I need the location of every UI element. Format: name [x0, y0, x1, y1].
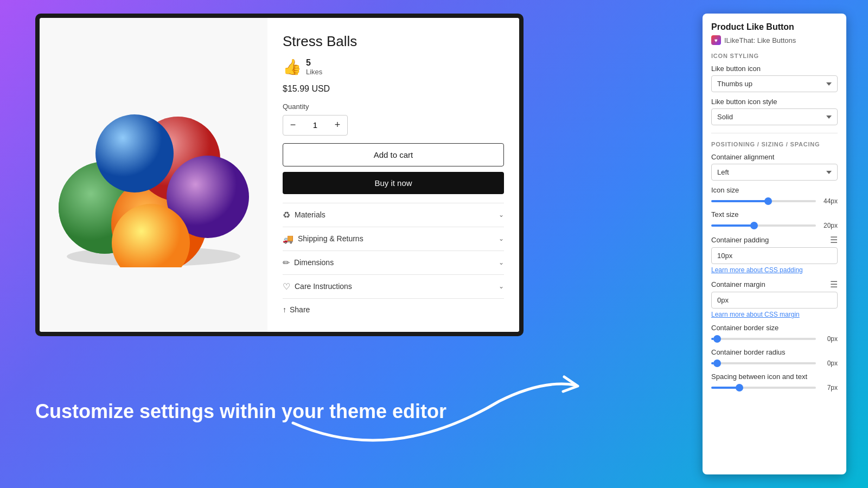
panel-title: Product Like Button: [711, 22, 838, 32]
spacing-label: Spacing between icon and text: [711, 373, 838, 381]
positioning-header: POSITIONING / SIZING / SPACING: [711, 141, 838, 147]
container-alignment-select[interactable]: Left Center Right: [711, 164, 838, 181]
accordion-dimensions[interactable]: ✏ Dimensions ⌄: [283, 251, 504, 274]
share-button[interactable]: ↑ Share: [283, 298, 504, 314]
icon-size-label: Icon size: [711, 186, 838, 194]
icon-size-value: 44px: [820, 197, 838, 205]
buy-now-button[interactable]: Buy it now: [283, 172, 504, 194]
icon-styling-header: ICON STYLING: [711, 53, 838, 59]
css-margin-link[interactable]: Learn more about CSS margin: [711, 311, 838, 318]
like-count: 5 Likes: [306, 57, 322, 76]
quantity-label: Quantity: [283, 102, 504, 111]
product-detail: Stress Balls 👍 5 Likes $15.99 USD Quanti…: [267, 18, 519, 332]
border-size-value: 0px: [820, 335, 838, 343]
container-alignment-label: Container alignment: [711, 153, 838, 161]
thumbs-icon: 👍: [283, 58, 302, 76]
svg-point-5: [95, 114, 174, 192]
text-size-value: 20px: [820, 222, 838, 229]
browser-inner: Stress Balls 👍 5 Likes $15.99 USD Quanti…: [40, 18, 519, 332]
container-border-radius-label: Container border radius: [711, 348, 838, 356]
divider-1: [711, 133, 838, 133]
like-button-icon-style-select[interactable]: Solid Outline Duotone: [711, 108, 838, 125]
border-radius-slider[interactable]: [711, 362, 816, 364]
icon-size-slider[interactable]: [711, 200, 816, 202]
share-icon: ↑: [283, 305, 286, 314]
border-size-slider-row: 0px: [711, 335, 838, 343]
dimensions-icon: ✏: [283, 258, 290, 268]
accordion-care[interactable]: ♡ Care Instructions ⌄: [283, 274, 504, 298]
container-padding-input[interactable]: [711, 247, 838, 264]
panel-subtitle: ♥ ILikeThat: Like Buttons: [711, 35, 838, 45]
accordion-materials[interactable]: ♻ Materials ⌄: [283, 203, 504, 227]
panel-subtitle-text: ILikeThat: Like Buttons: [724, 36, 796, 44]
quantity-increase-button[interactable]: +: [328, 115, 347, 135]
accordion-materials-label: Materials: [295, 210, 326, 219]
like-number: 5: [306, 57, 322, 68]
product-image-area: [40, 18, 267, 332]
like-section[interactable]: 👍 5 Likes: [283, 57, 504, 76]
like-button-icon-label: Like button icon: [711, 65, 838, 73]
container-margin-row: Container margin ☰: [711, 279, 838, 290]
css-padding-link[interactable]: Learn more about CSS padding: [711, 266, 838, 274]
stack-icon-margin: ☰: [830, 279, 838, 290]
ilike-icon: ♥: [711, 35, 721, 45]
like-label: Likes: [306, 68, 322, 76]
border-radius-slider-row: 0px: [711, 359, 838, 367]
materials-icon: ♻: [283, 210, 290, 220]
container-border-size-label: Container border size: [711, 324, 838, 332]
accordion-care-label: Care Instructions: [295, 282, 352, 291]
product-price: $15.99 USD: [283, 84, 504, 94]
care-icon: ♡: [283, 281, 290, 292]
shipping-icon: 🚚: [283, 234, 293, 244]
stack-icon-padding: ☰: [830, 235, 838, 245]
chevron-icon-2: ⌄: [499, 235, 504, 242]
chevron-icon-4: ⌄: [499, 282, 504, 290]
browser-frame: Stress Balls 👍 5 Likes $15.99 USD Quanti…: [35, 14, 524, 336]
quantity-decrease-button[interactable]: −: [283, 115, 303, 135]
product-image: [50, 83, 257, 267]
text-size-label: Text size: [711, 210, 838, 219]
spacing-slider-row: 7px: [711, 384, 838, 391]
like-button-icon-select[interactable]: Thumbs up Heart Star: [711, 75, 838, 92]
container-margin-input[interactable]: [711, 292, 838, 309]
container-padding-label: Container padding: [711, 236, 769, 244]
text-size-slider[interactable]: [711, 224, 816, 227]
chevron-icon: ⌄: [499, 211, 504, 219]
border-size-slider[interactable]: [711, 338, 816, 340]
add-to-cart-button[interactable]: Add to cart: [283, 143, 504, 166]
spacing-value: 7px: [820, 384, 838, 391]
icon-size-slider-row: 44px: [711, 197, 838, 205]
quantity-value: 1: [303, 120, 328, 130]
border-radius-value: 0px: [820, 359, 838, 367]
product-title: Stress Balls: [283, 33, 504, 50]
text-size-slider-row: 20px: [711, 222, 838, 229]
like-button-icon-style-label: Like button icon style: [711, 98, 838, 106]
accordion-shipping-label: Shipping & Returns: [298, 234, 363, 243]
chevron-icon-3: ⌄: [499, 259, 504, 266]
accordion-shipping[interactable]: 🚚 Shipping & Returns ⌄: [283, 227, 504, 251]
accordion-dimensions-label: Dimensions: [294, 258, 334, 267]
arrow-svg: [282, 358, 597, 455]
container-padding-row: Container padding ☰: [711, 235, 838, 245]
share-label: Share: [290, 305, 310, 314]
container-margin-label: Container margin: [711, 280, 765, 288]
spacing-slider[interactable]: [711, 387, 816, 389]
settings-panel: Product Like Button ♥ ILikeThat: Like Bu…: [703, 14, 846, 474]
quantity-control: − 1 +: [283, 115, 348, 136]
